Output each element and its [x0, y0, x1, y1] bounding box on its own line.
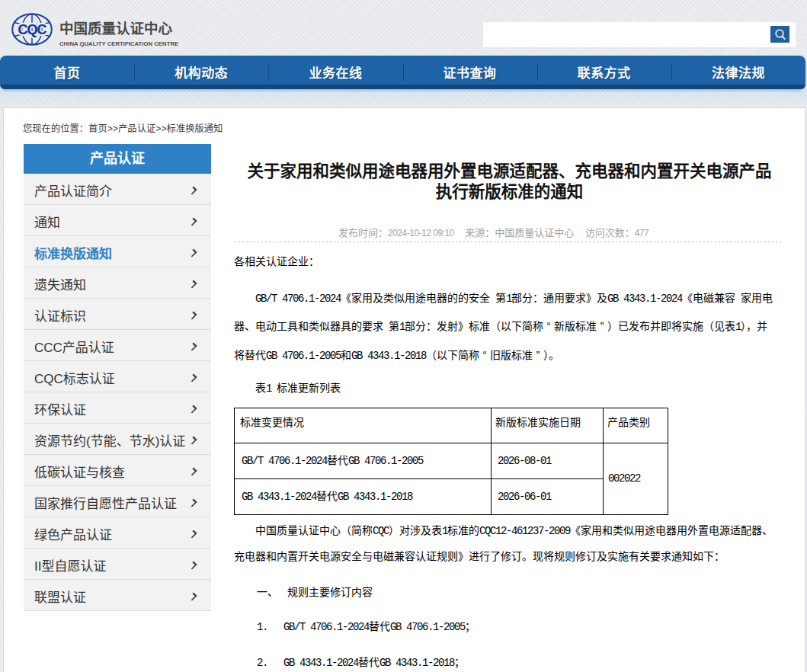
svg-text:CQC: CQC [18, 22, 47, 37]
